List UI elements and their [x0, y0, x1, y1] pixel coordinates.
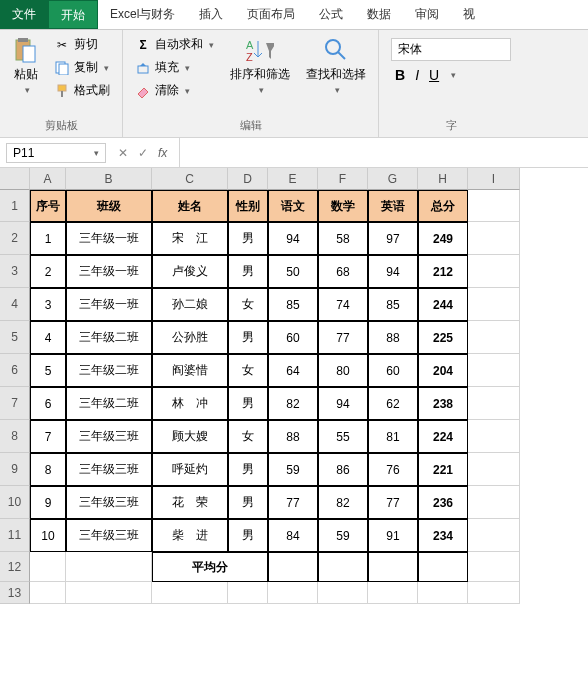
cell[interactable]: 94 [268, 222, 318, 255]
cell[interactable]: 三年级三班 [66, 420, 152, 453]
cell[interactable] [468, 255, 520, 288]
cell[interactable]: 数学 [318, 190, 368, 222]
cell[interactable]: 224 [418, 420, 468, 453]
cell[interactable]: 三年级一班 [66, 255, 152, 288]
cell[interactable]: 顾大嫂 [152, 420, 228, 453]
cell[interactable]: 58 [318, 222, 368, 255]
cell[interactable]: 5 [30, 354, 66, 387]
cell[interactable] [152, 582, 228, 604]
cell[interactable]: 7 [30, 420, 66, 453]
tab-1[interactable]: 开始 [48, 0, 98, 29]
cell[interactable]: 公孙胜 [152, 321, 228, 354]
cell[interactable]: 77 [268, 486, 318, 519]
cell[interactable]: 宋 江 [152, 222, 228, 255]
cell[interactable] [468, 420, 520, 453]
row-header-3[interactable]: 3 [0, 255, 30, 288]
tab-8[interactable]: 视 [451, 0, 487, 29]
cell[interactable]: 平均分 [152, 552, 268, 582]
cell[interactable]: 花 荣 [152, 486, 228, 519]
cell[interactable]: 呼延灼 [152, 453, 228, 486]
cell[interactable]: 8 [30, 453, 66, 486]
cell[interactable]: 80 [318, 354, 368, 387]
cell[interactable]: 阎婆惜 [152, 354, 228, 387]
cell[interactable]: 男 [228, 321, 268, 354]
row-header-7[interactable]: 7 [0, 387, 30, 420]
cell[interactable]: 64 [268, 354, 318, 387]
underline-button[interactable]: U [429, 67, 439, 83]
col-header-G[interactable]: G [368, 168, 418, 190]
row-header-8[interactable]: 8 [0, 420, 30, 453]
cell[interactable]: 88 [368, 321, 418, 354]
col-header-D[interactable]: D [228, 168, 268, 190]
cell[interactable]: 三年级二班 [66, 321, 152, 354]
cell[interactable]: 82 [268, 387, 318, 420]
cell[interactable] [368, 582, 418, 604]
cell[interactable]: 男 [228, 486, 268, 519]
cell[interactable] [318, 552, 368, 582]
row-header-13[interactable]: 13 [0, 582, 30, 604]
italic-button[interactable]: I [415, 67, 419, 83]
cell[interactable] [30, 582, 66, 604]
cell[interactable]: 三年级一班 [66, 288, 152, 321]
cell[interactable]: 221 [418, 453, 468, 486]
row-header-4[interactable]: 4 [0, 288, 30, 321]
row-header-11[interactable]: 11 [0, 519, 30, 552]
format-painter-button[interactable]: 格式刷 [50, 80, 114, 101]
cell[interactable] [468, 222, 520, 255]
cancel-formula-button[interactable]: ✕ [118, 146, 128, 160]
cell[interactable]: 班级 [66, 190, 152, 222]
select-all-corner[interactable] [0, 168, 30, 190]
cell[interactable] [66, 582, 152, 604]
cell[interactable]: 三年级三班 [66, 519, 152, 552]
cell[interactable] [418, 582, 468, 604]
copy-button[interactable]: 复制▾ [50, 57, 114, 78]
clear-button[interactable]: 清除▾ [131, 80, 218, 101]
row-header-10[interactable]: 10 [0, 486, 30, 519]
cell[interactable]: 91 [368, 519, 418, 552]
cell[interactable] [468, 582, 520, 604]
cell[interactable] [268, 582, 318, 604]
cell[interactable] [368, 552, 418, 582]
cell[interactable] [468, 288, 520, 321]
cell[interactable]: 60 [268, 321, 318, 354]
cell[interactable]: 59 [318, 519, 368, 552]
cell[interactable] [468, 552, 520, 582]
row-header-1[interactable]: 1 [0, 190, 30, 222]
cell[interactable] [468, 387, 520, 420]
cell[interactable] [268, 552, 318, 582]
cell[interactable]: 3 [30, 288, 66, 321]
cell[interactable]: 男 [228, 255, 268, 288]
cell[interactable]: 204 [418, 354, 468, 387]
cell[interactable]: 85 [268, 288, 318, 321]
cell[interactable]: 236 [418, 486, 468, 519]
cell[interactable]: 244 [418, 288, 468, 321]
cell[interactable]: 94 [368, 255, 418, 288]
row-header-12[interactable]: 12 [0, 552, 30, 582]
cell[interactable] [468, 354, 520, 387]
cell[interactable] [228, 582, 268, 604]
cell[interactable]: 62 [368, 387, 418, 420]
cell[interactable]: 4 [30, 321, 66, 354]
cell[interactable]: 10 [30, 519, 66, 552]
cell[interactable]: 81 [368, 420, 418, 453]
cell[interactable] [30, 552, 66, 582]
cell[interactable] [318, 582, 368, 604]
tab-2[interactable]: Excel与财务 [98, 0, 187, 29]
cell[interactable] [66, 552, 152, 582]
col-header-C[interactable]: C [152, 168, 228, 190]
cell[interactable]: 212 [418, 255, 468, 288]
row-header-2[interactable]: 2 [0, 222, 30, 255]
tab-3[interactable]: 插入 [187, 0, 235, 29]
cell[interactable]: 76 [368, 453, 418, 486]
cell[interactable]: 238 [418, 387, 468, 420]
cell[interactable]: 225 [418, 321, 468, 354]
cell[interactable]: 三年级一班 [66, 222, 152, 255]
cell[interactable] [418, 552, 468, 582]
col-header-E[interactable]: E [268, 168, 318, 190]
cell[interactable]: 94 [318, 387, 368, 420]
cell[interactable] [468, 453, 520, 486]
cell[interactable]: 姓名 [152, 190, 228, 222]
cell[interactable]: 总分 [418, 190, 468, 222]
cell[interactable]: 1 [30, 222, 66, 255]
col-header-H[interactable]: H [418, 168, 468, 190]
